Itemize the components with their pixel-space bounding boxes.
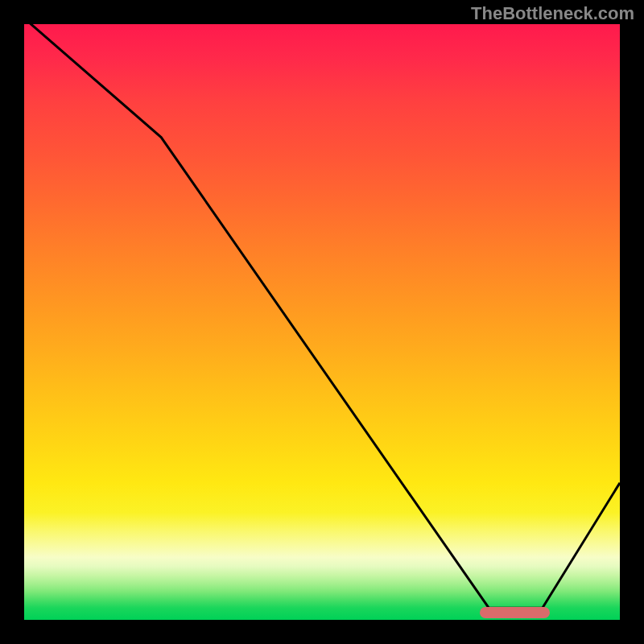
sweet-spot-marker [480, 607, 550, 618]
plot-area [24, 24, 620, 620]
bottleneck-curve [24, 24, 620, 620]
watermark-text: TheBottleneck.com [471, 3, 634, 24]
